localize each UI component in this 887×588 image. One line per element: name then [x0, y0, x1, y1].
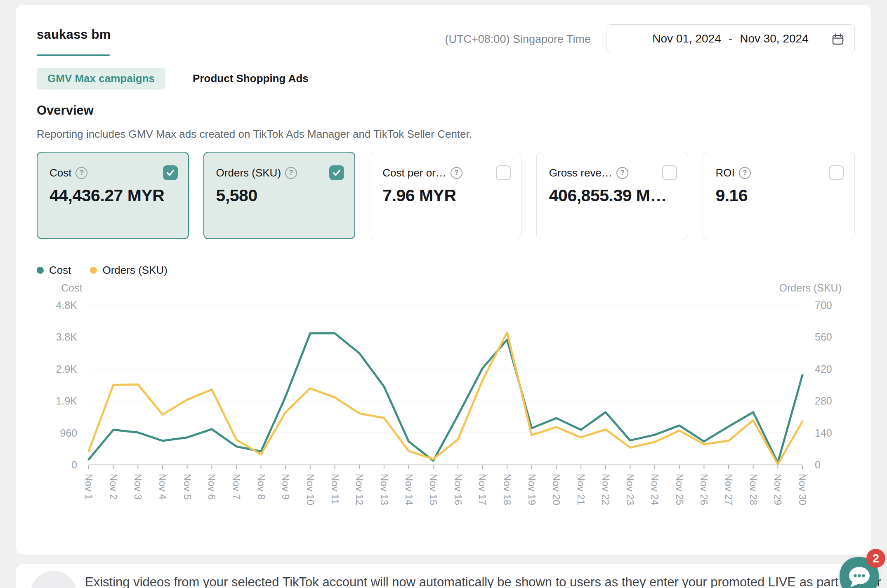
metric-label: Orders (SKU) — [216, 167, 281, 179]
help-icon[interactable]: ? — [285, 167, 297, 179]
y-axis-tick-right: 280 — [815, 395, 832, 407]
legend-label: Cost — [49, 264, 71, 277]
x-axis-label: Nov 24 — [649, 474, 661, 505]
line-chart[interactable]: 009601401.9K2802.9K4203.8K5604.8K700Nov … — [37, 295, 855, 526]
x-axis-label: Nov 4 — [157, 474, 168, 500]
metric-value: 44,436.27 MYR — [50, 186, 178, 205]
y-axis-tick-left: 1.9K — [56, 395, 78, 407]
overview-description: Reporting includes GMV Max ads created o… — [37, 128, 472, 141]
metric-card-2[interactable]: Cost per or… ? 7.96 MYR — [370, 152, 522, 239]
y-axis-tick-left: 4.8K — [56, 299, 78, 311]
dashboard-card: saukass bm (UTC+08:00) Singapore Time No… — [16, 5, 871, 555]
y-axis-tick-left: 960 — [60, 427, 77, 439]
x-axis-label: Nov 16 — [453, 474, 464, 505]
help-icon[interactable]: ? — [616, 167, 628, 179]
x-axis-label: Nov 6 — [206, 474, 217, 500]
megaphone-avatar — [31, 571, 77, 588]
x-axis-label: Nov 18 — [502, 474, 513, 505]
x-axis-label: Nov 30 — [797, 474, 808, 505]
y-axis-tick-left: 2.9K — [56, 363, 78, 375]
legend-item-cost[interactable]: Cost — [37, 264, 71, 277]
y-axis-tick-right: 0 — [815, 459, 821, 470]
date-range-picker[interactable]: Nov 01, 2024 - Nov 30, 2024 — [606, 24, 855, 53]
orders-legend-dot-icon — [90, 267, 97, 274]
left-axis-title: Cost — [61, 282, 82, 294]
cost-legend-dot-icon — [37, 267, 44, 274]
legend-item-orders[interactable]: Orders (SKU) — [90, 264, 167, 277]
date-end: Nov 30, 2024 — [740, 32, 809, 45]
timezone-label: (UTC+08:00) Singapore Time — [445, 33, 591, 46]
x-axis-label: Nov 8 — [256, 474, 267, 500]
y-axis-tick-right: 420 — [815, 363, 832, 375]
metric-checkbox[interactable] — [496, 165, 511, 180]
x-axis-label: Nov 22 — [600, 474, 611, 505]
metric-cards-row: Cost ? 44,436.27 MYR Orders (SKU) ? 5,58… — [37, 152, 855, 239]
x-axis-label: Nov 10 — [305, 474, 316, 505]
metric-checkbox[interactable] — [662, 165, 677, 180]
metric-label: ROI — [715, 167, 734, 179]
x-axis-label: Nov 28 — [748, 474, 759, 505]
notification-count-badge: 2 — [866, 549, 885, 568]
legend-label: Orders (SKU) — [102, 264, 167, 277]
metric-label: Cost per or… — [382, 167, 446, 179]
x-axis-label: Nov 3 — [132, 474, 144, 500]
x-axis-label: Nov 14 — [403, 474, 415, 505]
metric-label: Gross reve… — [549, 167, 612, 179]
y-axis-tick-right: 140 — [815, 427, 832, 439]
page-title: saukass bm — [37, 27, 111, 42]
x-axis-label: Nov 21 — [576, 474, 587, 505]
series-line-orders-sku- — [89, 332, 802, 464]
notification-text: Existing videos from your selected TikTo… — [85, 575, 881, 588]
metric-card-3[interactable]: Gross reve… ? 406,855.39 M… — [536, 152, 689, 239]
overview-heading: Overview — [37, 103, 94, 118]
x-axis-label: Nov 5 — [182, 474, 193, 500]
title-underline — [37, 54, 110, 56]
metric-value: 9.16 — [715, 186, 844, 205]
chart-svg[interactable]: 009601401.9K2802.9K4203.8K5604.8K700Nov … — [37, 295, 855, 526]
metric-checkbox[interactable] — [829, 165, 844, 180]
chart-legend: Cost Orders (SKU) — [37, 264, 167, 277]
x-axis-label: Nov 27 — [723, 474, 734, 505]
y-axis-tick-left: 0 — [71, 459, 77, 470]
megaphone-icon — [37, 583, 70, 588]
right-axis-title: Orders (SKU) — [779, 282, 842, 294]
x-axis-label: Nov 26 — [698, 474, 710, 505]
y-axis-tick-right: 700 — [815, 299, 832, 311]
metric-value: 5,580 — [216, 186, 344, 205]
x-axis-label: Nov 17 — [477, 474, 488, 505]
tab-gmv-max-campaigns[interactable]: GMV Max campaigns — [37, 68, 165, 89]
chat-bubble-icon — [848, 566, 871, 588]
x-axis-label: Nov 23 — [625, 474, 636, 505]
x-axis-label: Nov 25 — [674, 474, 685, 505]
help-icon[interactable]: ? — [739, 167, 751, 179]
metric-card-4[interactable]: ROI ? 9.16 — [703, 152, 855, 239]
x-axis-label: Nov 15 — [428, 474, 439, 505]
x-axis-label: Nov 29 — [772, 474, 783, 505]
metric-checkbox[interactable] — [163, 165, 178, 180]
x-axis-label: Nov 2 — [108, 474, 119, 500]
metric-value: 406,855.39 M… — [549, 186, 677, 205]
x-axis-label: Nov 1 — [83, 474, 94, 500]
x-axis-label: Nov 13 — [379, 474, 390, 505]
metric-checkbox[interactable] — [329, 165, 344, 180]
calendar-icon — [831, 33, 845, 49]
notification-bar: Existing videos from your selected TikTo… — [16, 564, 871, 588]
series-line-cost — [89, 334, 802, 463]
metric-label: Cost — [50, 167, 71, 179]
date-start: Nov 01, 2024 — [652, 32, 721, 45]
x-axis-label: Nov 20 — [551, 474, 562, 505]
x-axis-label: Nov 12 — [354, 474, 365, 505]
metric-card-0[interactable]: Cost ? 44,436.27 MYR — [37, 152, 189, 239]
x-axis-label: Nov 19 — [526, 474, 538, 505]
date-separator: - — [729, 32, 732, 45]
metric-card-1[interactable]: Orders (SKU) ? 5,580 — [203, 152, 356, 239]
metric-value: 7.96 MYR — [382, 186, 511, 205]
x-axis-label: Nov 11 — [330, 474, 341, 504]
tab-product-shopping-ads[interactable]: Product Shopping Ads — [182, 68, 319, 89]
help-icon[interactable]: ? — [451, 167, 462, 179]
y-axis-tick-right: 560 — [815, 331, 832, 343]
help-icon[interactable]: ? — [75, 167, 87, 179]
tab-bar: GMV Max campaigns Product Shopping Ads — [37, 68, 319, 89]
x-axis-label: Nov 7 — [231, 474, 242, 500]
x-axis-label: Nov 9 — [280, 474, 291, 500]
